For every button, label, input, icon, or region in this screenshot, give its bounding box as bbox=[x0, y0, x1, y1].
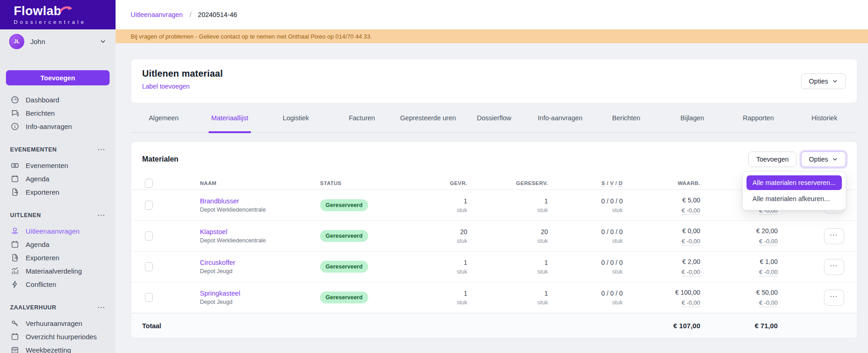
col-gevr: GEVR. bbox=[426, 180, 479, 186]
user-menu[interactable]: JL John bbox=[0, 29, 116, 53]
sidebar-item-exporteren-evenementen[interactable]: Exporteren bbox=[0, 185, 116, 199]
amount2-value: € 20,00 bbox=[712, 227, 778, 235]
sidebar-nav: Dashboard Berichten Info-aanvragen EVENE… bbox=[0, 93, 116, 353]
file-export-icon bbox=[10, 188, 19, 197]
calendar-week-icon bbox=[10, 346, 19, 353]
col-svd: S / V / D bbox=[560, 180, 635, 186]
add-label-link[interactable]: Label toevoegen bbox=[142, 83, 190, 90]
sidebar-item-berichten[interactable]: Berichten bbox=[0, 106, 116, 120]
sidebar-item-agenda-uitlenen[interactable]: Agenda bbox=[0, 238, 116, 251]
row-actions-button[interactable]: ··· bbox=[824, 259, 844, 275]
gereserv-value: 1 bbox=[479, 259, 548, 266]
row-checkbox[interactable] bbox=[145, 262, 153, 271]
amount2-sub-value[interactable]: € -0,00 bbox=[759, 269, 778, 276]
sidebar-item-evenementen[interactable]: Evenementen bbox=[0, 159, 116, 172]
hand-holding-box-icon bbox=[10, 227, 19, 236]
ellipsis-icon: ··· bbox=[830, 293, 838, 300]
breadcrumb: Uitleenaanvragen / 20240514-46 bbox=[131, 11, 237, 19]
sidebar-item-uitleenaanvragen[interactable]: Uitleenaanvragen bbox=[0, 224, 116, 238]
section-options-icon[interactable]: ··· bbox=[98, 212, 105, 219]
sidebar-item-label: Exporteren bbox=[26, 188, 59, 196]
tab-gepresteerde-uren[interactable]: Gepresteerde uren bbox=[395, 111, 461, 132]
brand-logo[interactable]: Flowlab Dossiercentrale bbox=[0, 0, 116, 29]
section-options-icon[interactable]: ··· bbox=[98, 304, 105, 311]
brand-name: Flowlab bbox=[14, 5, 61, 17]
row-actions-button[interactable]: ··· bbox=[824, 290, 844, 306]
file-export-icon bbox=[10, 253, 19, 263]
table-row: Circuskoffer Depot Jeugd Gereserveerd 1s… bbox=[131, 252, 857, 282]
gereserv-value: 1 bbox=[479, 197, 548, 205]
amount2-sub-value[interactable]: € -0,00 bbox=[759, 238, 778, 246]
tab-logistiek[interactable]: Logistiek bbox=[263, 111, 329, 132]
tab-info-aanvragen[interactable]: Info-aanvragen bbox=[527, 111, 593, 132]
dashboard-icon bbox=[10, 95, 19, 105]
sidebar-item-materiaalverdeling[interactable]: Materiaalverdeling bbox=[0, 264, 116, 278]
sidebar-item-label: Berichten bbox=[26, 109, 55, 117]
material-depot: Depot Werkliedencentrale bbox=[200, 207, 320, 213]
sidebar-item-conflicten[interactable]: Conflicten bbox=[0, 278, 116, 291]
chevron-down-icon bbox=[100, 38, 106, 45]
tab-rapporten[interactable]: Rapporten bbox=[725, 111, 791, 132]
row-checkbox[interactable] bbox=[145, 231, 153, 241]
sidebar-item-info-aanvragen[interactable]: Info-aanvragen bbox=[0, 120, 116, 133]
material-name-link[interactable]: Klapstoel bbox=[200, 228, 320, 235]
sidebar-item-weekbezetting[interactable]: Weekbezetting bbox=[0, 343, 116, 353]
material-name-link[interactable]: Brandblusser bbox=[200, 197, 320, 205]
avatar: JL bbox=[9, 34, 24, 49]
gevr-value: 1 bbox=[426, 290, 467, 297]
tab-facturen[interactable]: Facturen bbox=[329, 111, 395, 132]
sidebar-item-label: Verhuuraanvragen bbox=[26, 319, 82, 327]
amount2-value: € 1,00 bbox=[712, 258, 778, 265]
sidebar: Flowlab Dossiercentrale JL John Toevoege… bbox=[0, 0, 116, 353]
col-waarb: WAARB. bbox=[635, 180, 712, 186]
select-all-checkbox[interactable] bbox=[145, 179, 153, 188]
materials-add-button[interactable]: Toevoegen bbox=[748, 151, 796, 167]
tab-berichten[interactable]: Berichten bbox=[593, 111, 659, 132]
options-dropdown-menu: Alle materialen reserveren... Alle mater… bbox=[742, 171, 846, 210]
material-name-link[interactable]: Circuskoffer bbox=[200, 259, 320, 266]
calendar-icon bbox=[10, 240, 19, 249]
topbar: Uitleenaanvragen / 20240514-46 bbox=[116, 0, 868, 29]
chevron-down-icon bbox=[832, 156, 838, 162]
sidebar-item-verhuuraanvragen[interactable]: Verhuuraanvragen bbox=[0, 317, 116, 330]
sidebar-item-overzicht-huurperiodes[interactable]: Overzicht huurperiodes bbox=[0, 330, 116, 343]
total-waarb: € 107,00 bbox=[635, 322, 712, 330]
page-options-button[interactable]: Opties bbox=[801, 73, 846, 89]
gereserv-value: 1 bbox=[479, 290, 548, 297]
menu-item-reject-all[interactable]: Alle materialen afkeuren... bbox=[746, 191, 842, 206]
sidebar-item-agenda-evenementen[interactable]: Agenda bbox=[0, 172, 116, 185]
row-checkbox[interactable] bbox=[145, 293, 153, 302]
main-area: Uitleenaanvragen / 20240514-46 Bij vrage… bbox=[116, 0, 868, 353]
notification-banner: Bij vragen of problemen - Gelieve contac… bbox=[116, 29, 868, 43]
tab-materiaallijst[interactable]: Materiaallijst bbox=[197, 111, 263, 132]
amount2-sub-value[interactable]: € -0,00 bbox=[759, 299, 778, 307]
sidebar-item-label: Uitleenaanvragen bbox=[26, 227, 80, 235]
chevron-down-icon bbox=[832, 78, 838, 84]
material-depot: Depot Werkliedencentrale bbox=[200, 237, 320, 244]
status-badge: Gereserveerd bbox=[320, 230, 368, 242]
row-checkbox[interactable] bbox=[145, 201, 153, 210]
sidebar-item-label: Dashboard bbox=[26, 96, 59, 104]
add-button[interactable]: Toevoegen bbox=[6, 70, 110, 85]
sidebar-section-evenementen: EVENEMENTEN ··· bbox=[0, 143, 116, 156]
sidebar-section-zaalverhuur: ZAALVERHUUR ··· bbox=[0, 301, 116, 314]
sidebar-item-exporteren-uitlenen[interactable]: Exporteren bbox=[0, 251, 116, 264]
row-actions-button[interactable]: ··· bbox=[824, 228, 844, 244]
materials-options-button[interactable]: Opties bbox=[801, 151, 846, 167]
waarb-sub-value[interactable]: € -0,00 bbox=[682, 299, 700, 307]
material-name-link[interactable]: Springkasteel bbox=[200, 290, 320, 297]
waarb-sub-value[interactable]: € -0,00 bbox=[682, 207, 700, 215]
section-options-icon[interactable]: ··· bbox=[98, 146, 105, 153]
tab-algemeen[interactable]: Algemeen bbox=[131, 111, 197, 132]
sidebar-item-dashboard[interactable]: Dashboard bbox=[0, 93, 116, 106]
tab-historiek[interactable]: Historiek bbox=[791, 111, 857, 132]
waarb-sub-value[interactable]: € -0,00 bbox=[682, 238, 700, 246]
sidebar-section-uitlenen: UITLENEN ··· bbox=[0, 208, 116, 222]
tab-dossierflow[interactable]: Dossierflow bbox=[461, 111, 527, 132]
waarb-sub-value[interactable]: € -0,00 bbox=[682, 269, 700, 276]
col-status: STATUS bbox=[320, 180, 426, 186]
sidebar-item-label: Exporteren bbox=[26, 254, 59, 262]
menu-item-reserve-all[interactable]: Alle materialen reserveren... bbox=[746, 175, 842, 190]
tab-bijlagen[interactable]: Bijlagen bbox=[659, 111, 725, 132]
breadcrumb-parent-link[interactable]: Uitleenaanvragen bbox=[131, 11, 183, 18]
